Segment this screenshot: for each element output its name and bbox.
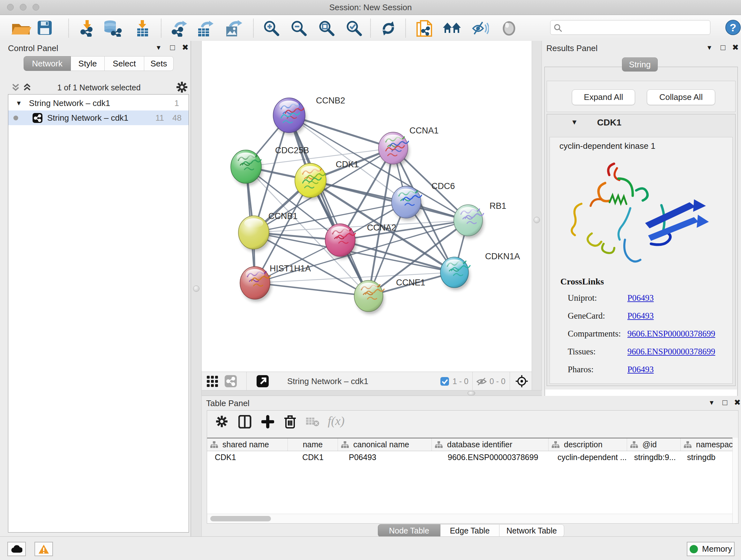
table-vscrollbar[interactable] [732, 438, 738, 523]
zoom-out-icon[interactable] [291, 20, 308, 36]
export-network-icon[interactable] [171, 20, 188, 36]
column-header-namespace[interactable]: namespace [681, 438, 732, 451]
expand-all-button[interactable]: Expand All [572, 89, 635, 105]
left-splitter[interactable] [191, 41, 202, 537]
table-gear-icon[interactable] [215, 415, 228, 428]
search-input[interactable] [564, 22, 706, 33]
home-networks-icon[interactable] [442, 20, 462, 36]
network-node-CDK1[interactable] [295, 164, 327, 200]
column-header-name[interactable]: name [288, 438, 338, 451]
tab-style[interactable]: Style [71, 56, 105, 71]
open-in-window-icon[interactable] [257, 375, 269, 387]
delete-column-icon[interactable] [284, 415, 296, 429]
save-session-icon[interactable] [37, 20, 52, 36]
network-collection-row[interactable]: ▼ String Network – cdk1 1 [8, 96, 189, 111]
export-table-icon[interactable] [196, 20, 214, 36]
network-edge-CCNA2-CDKN1A[interactable] [340, 240, 455, 272]
zoom-selected-icon[interactable] [346, 20, 363, 36]
network-node-CDC25B[interactable] [231, 150, 263, 186]
column-header-canonical-name[interactable]: canonical name [338, 438, 432, 451]
import-table-file-icon[interactable] [134, 20, 151, 36]
open-session-icon[interactable] [11, 20, 32, 36]
import-network-file-icon[interactable] [79, 20, 96, 36]
collection-expander-icon[interactable]: ▼ [16, 100, 22, 107]
cell-database-identifier[interactable]: 9606.ENSP00000378699 [432, 451, 549, 463]
right-splitter[interactable] [532, 41, 542, 390]
collapse-all-button[interactable]: Collapse All [647, 89, 715, 105]
network-edge-RB1-CCNA2[interactable] [340, 220, 468, 240]
help-icon[interactable]: ? [725, 19, 741, 35]
tab-network-table[interactable]: Network Table [499, 524, 564, 537]
column-header-description[interactable]: description [549, 438, 627, 451]
grid-view-icon[interactable] [207, 376, 218, 387]
tab-select[interactable]: Select [105, 56, 144, 71]
right-splitter-handle[interactable] [534, 217, 540, 223]
cloud-status-button[interactable] [7, 542, 26, 556]
tab-edge-table[interactable]: Edge Table [441, 524, 499, 537]
cell-description[interactable]: cyclin-dependent ... [549, 451, 627, 463]
zoom-in-icon[interactable] [263, 20, 280, 36]
left-splitter-handle[interactable] [193, 286, 199, 292]
column-header-database-identifier[interactable]: database identifier [432, 438, 549, 451]
memory-button[interactable]: Memory [687, 542, 735, 556]
tab-node-table[interactable]: Node Table [378, 524, 441, 537]
network-edge-CCNE1-HIST1H1A[interactable] [255, 283, 368, 296]
crosslink-link[interactable]: P06493 [627, 365, 654, 374]
network-node-CCNE1[interactable] [354, 280, 384, 314]
import-network-database-icon[interactable] [103, 20, 122, 36]
results-panel-float-icon[interactable]: □ [721, 43, 725, 52]
network-node-CCNA1[interactable] [379, 132, 409, 167]
cell-name[interactable]: CDK1 [288, 451, 338, 463]
column-header-id[interactable]: @id [627, 438, 681, 451]
tab-network[interactable]: Network [23, 56, 71, 71]
warning-status-button[interactable] [35, 542, 53, 556]
table-hscrollbar-thumb[interactable] [210, 516, 271, 521]
bottom-splitter-handle[interactable] [468, 391, 475, 395]
network-node-CCNA2[interactable] [325, 224, 356, 259]
show-columns-icon[interactable] [239, 415, 252, 428]
add-column-icon[interactable] [261, 415, 274, 428]
network-node-CDKN1A[interactable] [441, 257, 470, 290]
control-panel-close-icon[interactable]: ✖ [182, 43, 189, 52]
crosslink-link[interactable]: 9606.ENSP00000378699 [627, 329, 715, 339]
duplicate-network-icon[interactable] [416, 20, 434, 36]
search-field[interactable] [550, 20, 711, 35]
network-options-gear-icon[interactable] [176, 81, 188, 93]
hidden-eye-icon[interactable] [476, 377, 487, 386]
expand-all-networks-icon[interactable] [23, 82, 31, 92]
table-panel-close-icon[interactable]: ✖ [734, 398, 741, 407]
table-hscrollbar[interactable] [207, 514, 732, 523]
cell-shared-name[interactable]: CDK1 [207, 451, 288, 463]
selected-checkbox-icon[interactable] [441, 377, 449, 386]
control-panel-menu-icon[interactable]: ▼ [155, 44, 162, 51]
results-panel-close-icon[interactable]: ✖ [732, 43, 739, 52]
network-node-CDC6[interactable] [392, 186, 422, 221]
refresh-icon[interactable] [380, 20, 397, 36]
zoom-fit-icon[interactable] [319, 20, 336, 36]
tab-sets[interactable]: Sets [144, 56, 174, 71]
cell-namespace[interactable]: stringdb [681, 451, 732, 463]
control-panel-float-icon[interactable]: □ [170, 43, 175, 52]
string-view-icon[interactable] [225, 375, 237, 387]
collapse-all-networks-icon[interactable] [11, 82, 20, 92]
network-node-HIST1H1A[interactable] [240, 266, 271, 302]
table-panel-menu-icon[interactable]: ▼ [709, 399, 715, 407]
results-panel-menu-icon[interactable]: ▼ [706, 44, 713, 51]
column-namespace-icon [552, 441, 559, 448]
birds-eye-crosshair-icon[interactable] [515, 374, 529, 388]
network-canvas[interactable]: CCNB2CCNA1CDC25BCDK1CDC6RB1CCNB1CCNA2CDK… [202, 41, 532, 372]
crosslink-link[interactable]: 9606.ENSP00000378699 [627, 347, 715, 357]
network-row[interactable]: String Network – cdk1 11 48 [8, 111, 189, 125]
hide-unhide-icon[interactable] [471, 20, 489, 36]
crosslink-link[interactable]: P06493 [627, 311, 654, 321]
tab-string[interactable]: String [622, 57, 658, 71]
network-node-RB1[interactable] [454, 205, 484, 239]
column-header-shared-name[interactable]: shared name [207, 438, 288, 451]
crosslink-link[interactable]: P06493 [627, 293, 654, 303]
cell-id[interactable]: stringdb:9... [627, 451, 681, 463]
table-row[interactable]: CDK1 CDK1 P06493 9606.ENSP00000378699 cy… [207, 451, 732, 463]
gene-section-expander-icon[interactable]: ▼ [571, 118, 578, 126]
export-image-icon[interactable] [224, 20, 242, 36]
cell-canonical-name[interactable]: P06493 [338, 451, 432, 463]
table-panel-float-icon[interactable]: □ [723, 398, 727, 407]
